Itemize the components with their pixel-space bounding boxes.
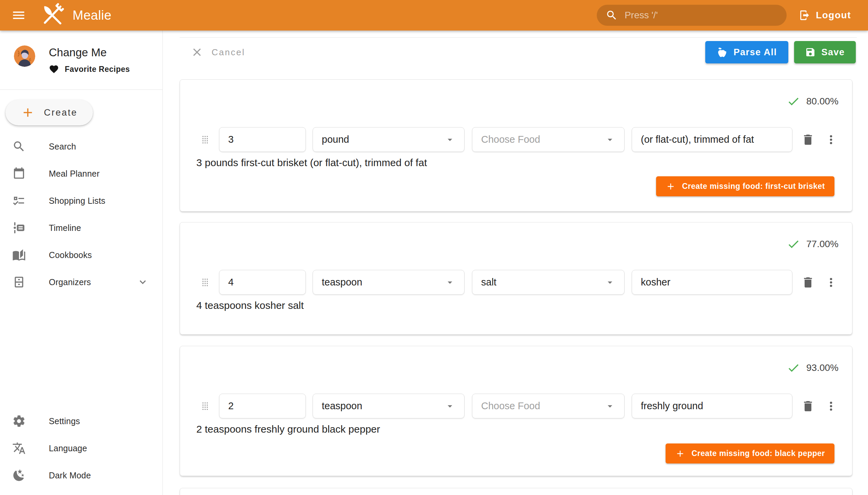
dropdown-caret-icon xyxy=(444,134,455,145)
sidebar-item-search[interactable]: Search xyxy=(0,137,163,156)
create-button[interactable]: Create xyxy=(5,100,93,125)
food-select[interactable]: Choose Food xyxy=(472,394,625,419)
sidebar-item-shopping-lists[interactable]: Shopping Lists xyxy=(0,191,163,210)
food-select[interactable]: salt xyxy=(472,270,625,295)
delete-ingredient-button[interactable] xyxy=(801,399,815,413)
dropdown-caret-icon xyxy=(605,134,615,145)
confidence-badge: 80.00% xyxy=(787,95,838,108)
unit-select[interactable]: teaspoon xyxy=(312,270,464,295)
delete-ingredient-button[interactable] xyxy=(801,276,815,289)
sidebar-bottom-nav: Settings Language Dark Mode xyxy=(0,412,163,485)
logout-label: Logout xyxy=(816,10,851,21)
confidence-value: 93.00% xyxy=(806,362,838,373)
confidence-badge: 93.00% xyxy=(787,361,838,375)
quantity-input[interactable] xyxy=(219,270,306,295)
logout-button[interactable]: Logout xyxy=(799,10,851,21)
sidebar-item-dark-mode[interactable]: Dark Mode xyxy=(0,466,163,485)
ingredient-menu-button[interactable] xyxy=(824,133,838,147)
sidebar-item-label: Timeline xyxy=(49,223,81,233)
translate-icon xyxy=(12,441,26,455)
check-icon xyxy=(787,237,800,251)
parser-toolbar: Cancel Parse All Save xyxy=(163,38,868,67)
check-icon xyxy=(787,361,800,375)
unit-select[interactable]: pound xyxy=(312,127,464,152)
app-bar: Mealie Logout xyxy=(0,0,868,31)
apple-icon xyxy=(716,47,728,58)
global-search[interactable] xyxy=(597,5,787,26)
list-checks-icon xyxy=(12,194,26,207)
quantity-input[interactable] xyxy=(219,127,306,152)
food-select[interactable]: Choose Food xyxy=(472,127,625,152)
search-input[interactable] xyxy=(625,10,778,21)
note-input[interactable] xyxy=(632,394,793,419)
quantity-input[interactable] xyxy=(219,394,306,419)
sidebar-divider xyxy=(0,89,163,90)
sidebar-item-cookbooks[interactable]: Cookbooks xyxy=(0,245,163,264)
sidebar-item-label: Shopping Lists xyxy=(49,196,105,206)
ingredient-list: 80.00% pound Choose Food 3 p xyxy=(180,79,852,495)
unit-select[interactable]: teaspoon xyxy=(312,394,464,419)
ingredient-menu-button[interactable] xyxy=(824,276,838,289)
food-placeholder: Choose Food xyxy=(481,134,540,145)
food-value: salt xyxy=(481,277,496,288)
original-ingredient-text: 3 pounds first-cut brisket (or flat-cut)… xyxy=(196,157,427,169)
dropdown-caret-icon xyxy=(605,277,615,288)
create-missing-food-label: Create missing food: black pepper xyxy=(691,449,825,458)
trash-icon xyxy=(801,276,815,289)
user-section[interactable]: Change Me Favorite Recipes xyxy=(0,31,163,74)
save-icon xyxy=(805,47,816,58)
note-input[interactable] xyxy=(632,270,793,295)
drag-handle-icon[interactable] xyxy=(199,133,211,146)
dots-vertical-icon xyxy=(824,276,838,289)
sidebar-item-language[interactable]: Language xyxy=(0,439,163,458)
timeline-icon xyxy=(12,221,26,235)
delete-ingredient-button[interactable] xyxy=(801,133,815,147)
plus-icon xyxy=(675,448,685,459)
ingredient-card: 80.00% pound Choose Food 3 p xyxy=(180,79,852,211)
parse-all-button[interactable]: Parse All xyxy=(705,41,788,63)
sidebar-item-meal-planner[interactable]: Meal Planner xyxy=(0,164,163,183)
parse-all-label: Parse All xyxy=(733,47,777,58)
sidebar-item-organizers[interactable]: Organizers xyxy=(0,273,163,292)
chevron-down-icon[interactable] xyxy=(137,276,149,288)
dropdown-caret-icon xyxy=(605,401,615,412)
check-icon xyxy=(787,95,800,108)
favorite-recipes-link[interactable]: Favorite Recipes xyxy=(49,64,130,74)
sidebar-item-label: Meal Planner xyxy=(49,169,100,179)
save-button[interactable]: Save xyxy=(794,41,856,63)
note-input[interactable] xyxy=(632,127,793,152)
original-ingredient-text: 4 teaspoons kosher salt xyxy=(196,300,304,311)
cancel-button[interactable]: Cancel xyxy=(190,46,245,59)
sidebar-item-timeline[interactable]: Timeline xyxy=(0,218,163,237)
calendar-icon xyxy=(12,167,26,181)
ingredient-row: pound Choose Food xyxy=(180,127,852,152)
row-actions xyxy=(801,399,838,413)
create-missing-food-label: Create missing food: first-cut brisket xyxy=(682,182,825,191)
sidebar-item-label: Search xyxy=(49,142,76,152)
drag-handle-icon[interactable] xyxy=(199,276,211,289)
create-missing-food-button[interactable]: Create missing food: first-cut brisket xyxy=(656,176,834,196)
cancel-label: Cancel xyxy=(211,47,245,58)
ingredient-card-partial xyxy=(180,488,852,495)
dropdown-caret-icon xyxy=(444,401,455,412)
unit-value: pound xyxy=(322,134,349,145)
sidebar-item-label: Cookbooks xyxy=(49,250,92,260)
drag-handle-icon[interactable] xyxy=(199,400,211,413)
trash-icon xyxy=(801,133,815,147)
plus-icon xyxy=(21,105,35,120)
confidence-badge: 77.00% xyxy=(787,237,838,251)
moon-stars-icon xyxy=(12,468,26,482)
menu-icon[interactable] xyxy=(11,8,26,23)
create-missing-food-button[interactable]: Create missing food: black pepper xyxy=(666,443,834,463)
confidence-value: 77.00% xyxy=(806,239,838,250)
sidebar-item-label: Organizers xyxy=(49,277,91,287)
row-actions xyxy=(801,133,838,147)
dots-vertical-icon xyxy=(824,133,838,147)
sidebar-item-settings[interactable]: Settings xyxy=(0,412,163,431)
ingredient-card: 77.00% teaspoon salt 4 teasp xyxy=(180,222,852,335)
ingredient-card: 93.00% teaspoon Choose Food xyxy=(180,346,852,476)
user-info: Change Me Favorite Recipes xyxy=(49,46,130,74)
file-cabinet-icon xyxy=(12,275,26,289)
heart-icon xyxy=(49,64,59,74)
ingredient-menu-button[interactable] xyxy=(824,399,838,413)
